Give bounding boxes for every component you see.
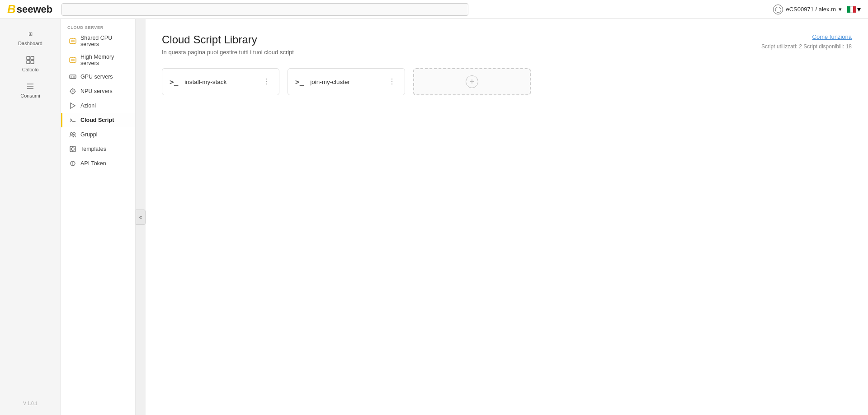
flag-green: [847, 6, 850, 13]
topbar-right: ◯ eCS00971 / alex.m ▾ ▾: [773, 5, 861, 14]
svg-rect-16: [71, 59, 75, 61]
logo-b: B: [7, 2, 16, 16]
sidebar-section-cloud-server: CLOUD SERVER: [61, 23, 135, 32]
sidebar-item-high-memory[interactable]: High Memory servers: [61, 51, 135, 70]
page-title: Cloud Script Library: [162, 33, 294, 46]
page-header-right: Come funziona Script utilizzati: 2 Scrip…: [761, 33, 852, 50]
svg-point-35: [73, 133, 75, 135]
consumi-label: Consumi: [20, 93, 40, 98]
svg-rect-25: [73, 76, 75, 78]
sidebar-item-gpu[interactable]: GPU servers: [61, 70, 135, 84]
page-header: Cloud Script Library In questa pagina pu…: [162, 33, 852, 56]
sidebar-item-dashboard[interactable]: ⊞ Dashboard: [0, 24, 61, 51]
svg-rect-24: [71, 76, 72, 78]
flag-white: [850, 6, 854, 13]
scripts-grid: >_ install-my-stack ⋮ >_ join-my-cluster…: [162, 68, 852, 95]
gpu-label: GPU servers: [80, 74, 113, 80]
templates-icon: [69, 145, 77, 153]
gruppi-label: Gruppi: [80, 131, 98, 138]
api-token-icon: [69, 159, 77, 168]
svg-point-37: [71, 148, 74, 150]
content-area: Cloud Script Library In questa pagina pu…: [146, 19, 868, 415]
chevron-down-icon: ▾: [839, 6, 842, 13]
calcolo-label: Calcolo: [22, 67, 39, 72]
page-subtitle: In questa pagina puoi gestire tutti i tu…: [162, 49, 294, 56]
shared-cpu-icon: [69, 37, 77, 45]
user-menu[interactable]: ◯ eCS00971 / alex.m ▾: [773, 5, 842, 14]
cloud-script-icon: [69, 116, 77, 124]
api-token-label: API Token: [80, 160, 106, 167]
flag-red: [853, 6, 856, 13]
add-script-card[interactable]: +: [413, 68, 531, 95]
terminal-icon-2: >_: [295, 78, 304, 86]
topbar: B seeweb ◯ eCS00971 / alex.m ▾ ▾: [0, 0, 868, 19]
svg-point-44: [72, 164, 73, 164]
svg-point-34: [71, 133, 73, 135]
gruppi-icon: [69, 131, 77, 139]
sidebar-collapse-button[interactable]: «: [136, 210, 146, 225]
search-bar[interactable]: [61, 3, 468, 16]
gpu-icon: [69, 73, 77, 81]
sidebar-item-gruppi[interactable]: Gruppi: [61, 127, 135, 142]
consumi-icon: [25, 81, 35, 91]
language-flag[interactable]: ▾: [847, 5, 861, 14]
svg-rect-0: [27, 56, 30, 60]
flag-chevron: ▾: [857, 5, 861, 14]
sidebar-item-cloud-script[interactable]: Cloud Script: [61, 113, 135, 127]
npu-icon: [69, 87, 77, 95]
user-icon: ◯: [773, 5, 783, 14]
script-card-install-my-stack[interactable]: >_ install-my-stack ⋮: [162, 68, 279, 95]
add-script-icon: +: [466, 75, 478, 88]
script-name-2: join-my-cluster: [310, 79, 387, 85]
calcolo-icon: [25, 55, 35, 65]
sidebar-item-templates[interactable]: Templates: [61, 142, 135, 156]
dashboard-label: Dashboard: [18, 41, 42, 46]
dashboard-icon: ⊞: [25, 29, 35, 39]
svg-rect-1: [31, 56, 34, 60]
svg-rect-2: [27, 61, 30, 64]
sidebar-item-api-token[interactable]: API Token: [61, 156, 135, 171]
main-layout: ⊞ Dashboard Calcolo C: [0, 19, 868, 415]
italian-flag: [847, 6, 856, 13]
script-menu-btn-2[interactable]: ⋮: [387, 76, 397, 87]
cloud-script-label: Cloud Script: [80, 117, 114, 123]
right-sidebar: CLOUD SERVER Shared CPU servers: [61, 19, 136, 415]
logo-text: seeweb: [17, 4, 53, 15]
sidebar-item-shared-cpu[interactable]: Shared CPU servers: [61, 32, 135, 51]
sidebar-item-calcolo[interactable]: Calcolo: [0, 51, 61, 77]
templates-label: Templates: [80, 146, 106, 152]
script-name-1: install-my-stack: [184, 79, 261, 85]
sidebar-item-azioni[interactable]: Azioni: [61, 98, 135, 113]
azioni-label: Azioni: [80, 103, 96, 109]
version-label: V 1.0.1: [0, 397, 61, 410]
search-input[interactable]: [61, 3, 468, 16]
svg-point-27: [72, 90, 74, 92]
script-menu-btn-1[interactable]: ⋮: [261, 76, 272, 87]
npu-label: NPU servers: [80, 88, 113, 94]
page-title-block: Cloud Script Library In questa pagina pu…: [162, 33, 294, 56]
left-sidebar: ⊞ Dashboard Calcolo C: [0, 19, 61, 415]
sidebar-item-npu[interactable]: NPU servers: [61, 84, 135, 98]
script-stats: Script utilizzati: 2 Script disponibili:…: [761, 43, 852, 50]
svg-marker-32: [71, 103, 75, 108]
high-memory-icon: [69, 56, 77, 64]
svg-rect-8: [71, 40, 75, 42]
logo: B seeweb: [7, 2, 52, 16]
sidebar-item-consumi[interactable]: Consumi: [0, 77, 61, 103]
user-label: eCS00971 / alex.m: [786, 6, 836, 13]
shared-cpu-label: Shared CPU servers: [80, 35, 129, 47]
script-card-join-my-cluster[interactable]: >_ join-my-cluster ⋮: [288, 68, 405, 95]
come-funziona-link[interactable]: Come funziona: [761, 33, 852, 40]
azioni-icon: [69, 102, 77, 110]
svg-rect-3: [31, 61, 34, 64]
high-memory-label: High Memory servers: [80, 54, 129, 66]
terminal-icon-1: >_: [170, 78, 178, 86]
